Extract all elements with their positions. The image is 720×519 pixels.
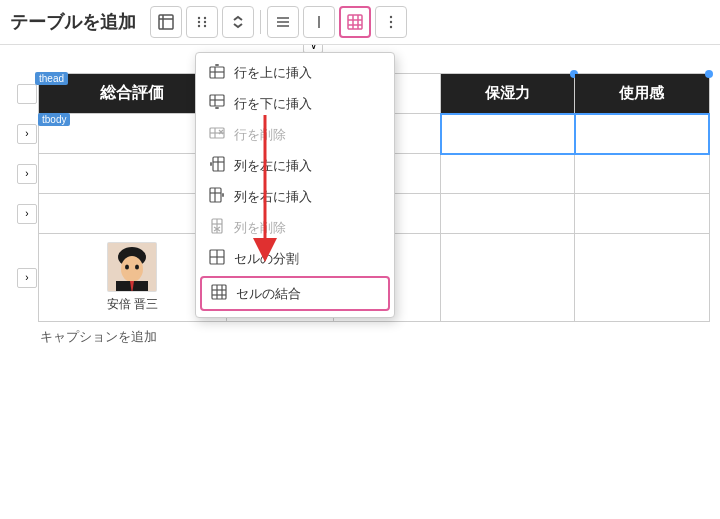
row-expand-3[interactable]: ›: [17, 268, 37, 288]
drag-icon-btn[interactable]: [186, 6, 218, 38]
body-cell-2-3[interactable]: [441, 194, 575, 234]
svg-point-5: [198, 21, 200, 23]
menu-insert-col-right-label: 列を右に挿入: [234, 188, 312, 206]
row-expand-thead[interactable]: ›: [17, 84, 37, 104]
menu-insert-row-below[interactable]: 行を下に挿入: [196, 88, 394, 119]
menu-delete-row[interactable]: 行を削除: [196, 119, 394, 150]
vline-btn[interactable]: [303, 6, 335, 38]
svg-rect-13: [348, 15, 362, 29]
table-active-btn[interactable]: [339, 6, 371, 38]
svg-point-20: [390, 26, 392, 28]
svg-point-24: [125, 265, 129, 270]
menu-delete-col[interactable]: 列を削除: [196, 212, 394, 243]
body-cell-3-3[interactable]: [441, 234, 575, 322]
menu-split-cell[interactable]: セルの分割: [196, 243, 394, 274]
svg-point-19: [390, 21, 392, 23]
row-expand-0[interactable]: ›: [17, 124, 37, 144]
svg-point-18: [390, 16, 392, 18]
menu-insert-row-above-label: 行を上に挿入: [234, 64, 312, 82]
insert-col-right-icon: [208, 187, 226, 206]
svg-point-6: [204, 21, 206, 23]
header-main-text: 総合評価: [100, 84, 164, 101]
tbody-label: tbody: [38, 113, 70, 126]
caption-text: キャプションを追加: [40, 329, 157, 344]
svg-point-7: [198, 25, 200, 27]
menu-merge-cell[interactable]: セルの結合: [200, 276, 390, 311]
header-cell-4[interactable]: 使用感: [575, 74, 709, 114]
delete-col-icon: [208, 218, 226, 237]
row-expand-1[interactable]: ›: [17, 164, 37, 184]
svg-rect-0: [159, 15, 173, 29]
caption-area[interactable]: キャプションを追加: [10, 328, 710, 346]
body-cell-1-4[interactable]: [575, 154, 709, 194]
header-text-4: 使用感: [619, 84, 664, 101]
thead-label: thead: [35, 72, 68, 85]
body-cell-1-3[interactable]: [441, 154, 575, 194]
header-cell-3[interactable]: 保湿力: [441, 74, 575, 114]
insert-row-above-icon: [208, 63, 226, 82]
person-name: 安倍 晋三: [47, 296, 218, 313]
menu-insert-row-below-label: 行を下に挿入: [234, 95, 312, 113]
body-cell-2-4[interactable]: [575, 194, 709, 234]
svg-point-3: [198, 17, 200, 19]
insert-row-below-icon: [208, 94, 226, 113]
row-expand-2[interactable]: ›: [17, 204, 37, 224]
toolbar: テーブルを追加: [0, 0, 720, 45]
body-cell-0-3[interactable]: [441, 114, 575, 154]
toolbar-title: テーブルを追加: [10, 10, 136, 34]
body-cell-3-4[interactable]: [575, 234, 709, 322]
dropdown-menu: 行を上に挿入 行を下に挿入 行を削除: [195, 52, 395, 318]
align-btn[interactable]: [267, 6, 299, 38]
menu-split-cell-label: セルの分割: [234, 250, 299, 268]
more-btn[interactable]: [375, 6, 407, 38]
header-dot-4: [705, 70, 713, 78]
chevron-btn[interactable]: [222, 6, 254, 38]
menu-delete-row-label: 行を削除: [234, 126, 286, 144]
menu-merge-cell-label: セルの結合: [236, 285, 301, 303]
menu-insert-col-left[interactable]: 列を左に挿入: [196, 150, 394, 181]
menu-insert-row-above[interactable]: 行を上に挿入: [196, 57, 394, 88]
svg-point-4: [204, 17, 206, 19]
table-icon-btn[interactable]: [150, 6, 182, 38]
body-cell-0-4[interactable]: [575, 114, 709, 154]
delete-row-icon: [208, 125, 226, 144]
menu-insert-col-right[interactable]: 列を右に挿入: [196, 181, 394, 212]
svg-point-25: [135, 265, 139, 270]
separator1: [260, 10, 261, 34]
insert-col-left-icon: [208, 156, 226, 175]
merge-cell-icon: [210, 284, 228, 303]
svg-rect-61: [212, 285, 226, 299]
svg-point-8: [204, 25, 206, 27]
menu-insert-col-left-label: 列を左に挿入: [234, 157, 312, 175]
header-text-3: 保湿力: [485, 84, 530, 101]
split-cell-icon: [208, 249, 226, 268]
svg-point-23: [121, 256, 143, 282]
menu-delete-col-label: 列を削除: [234, 219, 286, 237]
person-avatar: [107, 242, 157, 292]
